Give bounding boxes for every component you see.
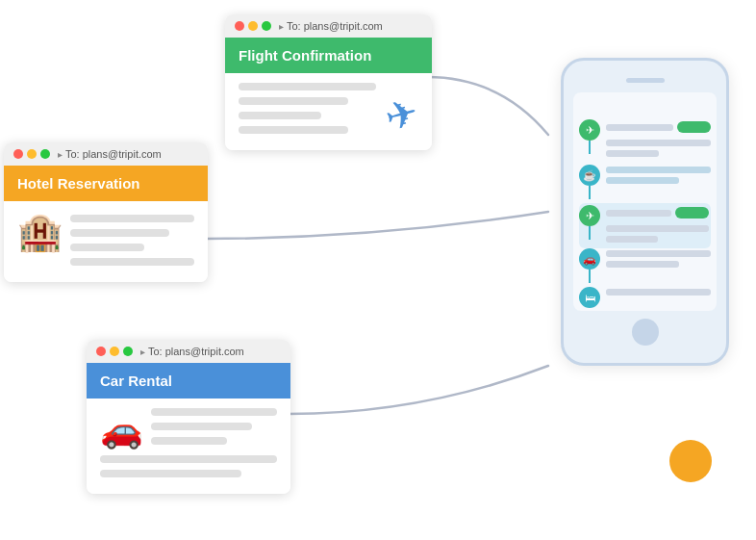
forward-icon-car: ▸ — [140, 347, 145, 357]
to-address-flight: plans@tripit.com — [304, 20, 383, 32]
tl-line-3a — [606, 210, 671, 217]
timeline-icon-wrap-3: ✈ — [579, 205, 600, 240]
flight-line-2 — [239, 97, 348, 105]
tl-line-4a — [606, 250, 711, 257]
timeline-content-4 — [606, 248, 711, 271]
car-line-3 — [151, 437, 227, 445]
car-card-body: 🚗 — [87, 399, 290, 494]
dot-yellow — [248, 21, 258, 31]
tl-line-1a — [606, 124, 673, 131]
hotel-line-1 — [70, 215, 194, 222]
flight-line-3 — [239, 112, 321, 119]
tl-line-3c — [606, 236, 658, 243]
flight-card: ▸ To: plans@tripit.com Flight Confirmati… — [225, 14, 432, 150]
hotel-line-2 — [70, 229, 169, 237]
phone-screen: ✈ ☕ — [573, 92, 717, 311]
dot-red-car — [96, 347, 106, 356]
hotel-card-header: Hotel Reservation — [4, 166, 208, 201]
timeline-content-2 — [606, 165, 711, 188]
tl-badge-3 — [675, 207, 709, 219]
flight-card-titlebar: ▸ To: plans@tripit.com — [225, 14, 432, 38]
dot-yellow-car — [110, 347, 119, 356]
dot-green-hotel — [40, 149, 50, 159]
car-card: ▸ To: plans@tripit.com Car Rental 🚗 — [87, 340, 290, 494]
flight-card-title: Flight Confirmation — [239, 47, 371, 64]
coffee-icon: ☕ — [579, 165, 600, 186]
dot-red — [235, 21, 244, 31]
car-card-to: ▸ To: plans@tripit.com — [140, 346, 244, 357]
hotel-card-body: 🏨 — [4, 201, 208, 282]
hotel-card-titlebar: ▸ To: plans@tripit.com — [4, 142, 208, 166]
timeline-item-2: ☕ — [579, 165, 711, 203]
tl-line-3b — [606, 225, 709, 232]
to-address-car: plans@tripit.com — [165, 346, 244, 357]
tl-line-2a — [606, 167, 711, 173]
to-address-hotel: plans@tripit.com — [83, 148, 162, 160]
car-card-titlebar: ▸ To: plans@tripit.com — [87, 340, 290, 363]
bed-icon-timeline: 🛏 — [579, 287, 600, 308]
flight-card-body: ✈ — [225, 73, 432, 150]
car-card-header: Car Rental — [87, 363, 290, 399]
phone-home-button — [632, 319, 659, 346]
timeline-content-3 — [606, 205, 709, 246]
timeline-item-5: 🛏 — [579, 287, 711, 311]
hotel-card-to: ▸ To: plans@tripit.com — [58, 148, 162, 160]
timeline-line-3 — [589, 226, 591, 240]
phone-speaker — [626, 78, 665, 83]
forward-icon: ▸ — [279, 21, 284, 32]
to-label-hotel: To: — [65, 148, 80, 160]
timeline-content-1 — [606, 119, 711, 161]
plane-illustration: ✈ — [380, 89, 424, 143]
timeline-line-2 — [589, 186, 591, 199]
to-label: To: — [287, 20, 301, 32]
timeline-icon-wrap-2: ☕ — [579, 165, 600, 199]
forward-icon-hotel: ▸ — [58, 149, 63, 160]
timeline-line-1 — [589, 141, 591, 154]
car-line-1 — [151, 408, 277, 416]
timeline-content-5 — [606, 287, 711, 299]
timeline-line-4 — [589, 270, 591, 283]
timeline-item-4: 🚗 — [579, 248, 711, 287]
flight-card-header: Flight Confirmation — [225, 38, 432, 73]
phone: ✈ ☕ — [561, 58, 729, 366]
car-illustration: 🚗 — [100, 410, 143, 450]
car-line-4 — [100, 455, 277, 463]
car-line-5 — [100, 470, 241, 477]
tl-badge-1 — [677, 121, 711, 133]
dot-green-car — [123, 347, 133, 356]
timeline-icon-wrap-1: ✈ — [579, 119, 600, 154]
hotel-card-title: Hotel Reservation — [17, 175, 140, 192]
flight-icon-1: ✈ — [579, 119, 600, 141]
flight-line-1 — [239, 83, 376, 90]
tl-line-1c — [606, 150, 659, 157]
dot-green — [262, 21, 271, 31]
flight-icon-2: ✈ — [579, 205, 600, 226]
tl-line-5a — [606, 289, 711, 296]
timeline-item-1: ✈ — [579, 119, 711, 165]
hotel-line-3 — [70, 244, 144, 251]
car-icon-timeline: 🚗 — [579, 248, 600, 270]
hotel-card: ▸ To: plans@tripit.com Hotel Reservation… — [4, 142, 208, 282]
timeline-icon-wrap-4: 🚗 — [579, 248, 600, 283]
hotel-illustration: 🏨 — [17, 211, 63, 253]
timeline-item-3: ✈ — [579, 203, 711, 248]
orange-circle — [669, 440, 712, 482]
to-label-car: To: — [148, 346, 163, 357]
tl-line-4b — [606, 261, 679, 268]
car-card-title: Car Rental — [100, 373, 172, 389]
tl-line-1b — [606, 140, 711, 146]
car-line-2 — [151, 423, 252, 430]
phone-timeline: ✈ ☕ — [579, 119, 711, 311]
tl-line-2b — [606, 177, 679, 184]
dot-yellow-hotel — [27, 149, 37, 159]
flight-line-4 — [239, 126, 348, 134]
dot-red-hotel — [13, 149, 23, 159]
hotel-line-4 — [70, 258, 194, 266]
flight-card-to: ▸ To: plans@tripit.com — [279, 20, 383, 32]
timeline-icon-wrap-5: 🛏 — [579, 287, 600, 308]
